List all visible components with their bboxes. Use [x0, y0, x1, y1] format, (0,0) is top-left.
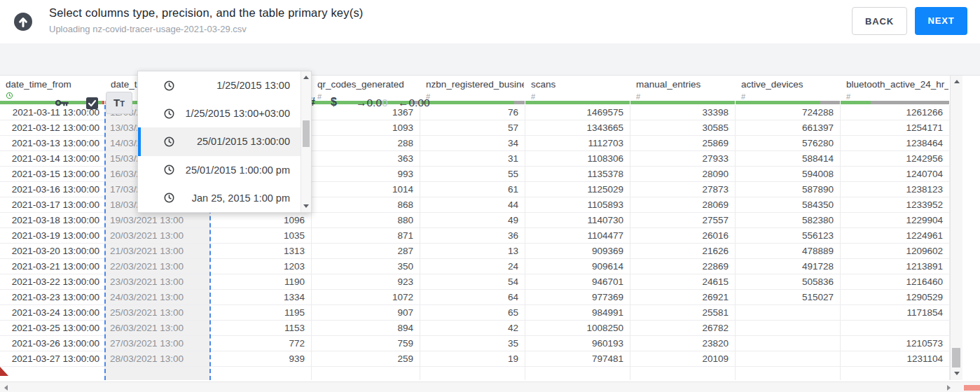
date-format-option[interactable]: Jan 25, 2015 1:00 pm: [138, 184, 301, 212]
table-cell[interactable]: 25869: [630, 136, 736, 150]
table-cell[interactable]: 2021-03-15 13:00:00: [0, 167, 105, 181]
table-cell[interactable]: 1238123: [841, 182, 950, 197]
table-cell[interactable]: 25581: [630, 305, 736, 320]
table-cell[interactable]: 946701: [525, 274, 630, 289]
table-cell[interactable]: 34: [420, 136, 525, 150]
primary-key-icon[interactable]: [55, 97, 70, 111]
table-cell[interactable]: 1153: [210, 321, 312, 335]
table-cell[interactable]: 21/03/2021 13:00: [105, 244, 210, 258]
table-cell[interactable]: 30585: [630, 120, 736, 135]
table-cell[interactable]: [105, 367, 210, 380]
table-cell[interactable]: 27933: [630, 151, 736, 166]
table-cell[interactable]: 909369: [525, 244, 630, 258]
table-cell[interactable]: 505836: [736, 274, 841, 289]
table-cell[interactable]: [736, 336, 841, 351]
currency-type-button[interactable]: $: [331, 96, 337, 108]
table-cell[interactable]: 2021-03-14 13:00:00: [0, 151, 105, 166]
vertical-scrollbar[interactable]: [950, 75, 962, 380]
table-cell[interactable]: 31: [420, 151, 525, 166]
table-cell[interactable]: 28090: [630, 167, 736, 181]
table-cell[interactable]: 588414: [736, 151, 841, 166]
table-cell[interactable]: 2021-03-22 13:00:00: [0, 274, 105, 289]
table-cell[interactable]: 44: [420, 197, 525, 212]
table-cell[interactable]: 478889: [736, 244, 841, 258]
table-cell[interactable]: 20109: [630, 351, 736, 366]
table-cell[interactable]: 1195: [210, 305, 312, 320]
table-cell[interactable]: 288: [312, 136, 420, 150]
vertical-scroll-thumb[interactable]: [952, 348, 960, 368]
table-cell[interactable]: 26/03/2021 13:00: [105, 321, 210, 335]
table-cell[interactable]: 1213891: [841, 259, 950, 274]
table-cell[interactable]: 42: [420, 321, 525, 335]
table-cell[interactable]: 2021-03-27 13:00:00: [0, 351, 105, 366]
table-cell[interactable]: 556123: [736, 228, 841, 243]
table-cell[interactable]: 54: [420, 274, 525, 289]
table-cell[interactable]: [736, 367, 841, 380]
table-cell[interactable]: 57: [420, 120, 525, 135]
table-cell[interactable]: 64: [420, 290, 525, 304]
column-header[interactable]: active_devices#: [736, 75, 841, 101]
table-cell[interactable]: 24615: [630, 274, 736, 289]
table-cell[interactable]: [525, 367, 630, 380]
table-cell[interactable]: 759: [312, 336, 420, 351]
dropdown-scrollbar[interactable]: [301, 71, 311, 212]
table-cell[interactable]: 909614: [525, 259, 630, 274]
date-format-option[interactable]: 25/01/2015 13:00:00: [138, 127, 301, 155]
table-cell[interactable]: 22869: [630, 259, 736, 274]
next-button[interactable]: NEXT: [915, 7, 967, 35]
table-cell[interactable]: 582380: [736, 213, 841, 227]
table-cell[interactable]: 977369: [525, 290, 630, 304]
column-header[interactable]: nzbn_registered_busine#: [420, 75, 525, 101]
table-cell[interactable]: 1190: [210, 274, 312, 289]
dropdown-scroll-thumb[interactable]: [303, 120, 310, 147]
date-format-option[interactable]: 25/01/2015 1:00:00 pm: [138, 156, 301, 184]
scroll-down-arrow-icon[interactable]: [303, 204, 309, 208]
table-cell[interactable]: 2021-03-24 13:00:00: [0, 305, 105, 320]
table-cell[interactable]: 1343665: [525, 120, 630, 135]
table-cell[interactable]: 2021-03-13 13:00:00: [0, 136, 105, 150]
back-button[interactable]: BACK: [852, 7, 907, 35]
scroll-up-arrow-icon[interactable]: [954, 80, 960, 83]
table-cell[interactable]: 2021-03-18 13:00:00: [0, 213, 105, 227]
table-cell[interactable]: 923: [312, 274, 420, 289]
table-cell[interactable]: 1140730: [525, 213, 630, 227]
table-cell[interactable]: 1096: [210, 213, 312, 227]
table-cell[interactable]: 1209602: [841, 244, 950, 258]
table-cell[interactable]: 587890: [736, 182, 841, 197]
table-cell[interactable]: 1014: [312, 182, 420, 197]
table-cell[interactable]: 21626: [630, 244, 736, 258]
table-cell[interactable]: 1203: [210, 259, 312, 274]
table-cell[interactable]: 871: [312, 228, 420, 243]
table-cell[interactable]: [736, 305, 841, 320]
table-cell[interactable]: 1135378: [525, 167, 630, 181]
table-cell[interactable]: 2021-03-17 13:00:00: [0, 197, 105, 212]
scroll-right-arrow-icon[interactable]: [947, 385, 951, 391]
table-cell[interactable]: 772: [210, 336, 312, 351]
table-cell[interactable]: 24: [420, 259, 525, 274]
table-cell[interactable]: 1240704: [841, 167, 950, 181]
table-cell[interactable]: 1334: [210, 290, 312, 304]
table-cell[interactable]: [736, 321, 841, 335]
table-cell[interactable]: 22/03/2021 13:00: [105, 259, 210, 274]
table-cell[interactable]: 2021-03-19 13:00:00: [0, 228, 105, 243]
date-format-option[interactable]: 1/25/2015 13:00: [138, 71, 301, 99]
column-header[interactable]: manual_entries#: [630, 75, 736, 101]
table-cell[interactable]: 1261266: [841, 105, 950, 120]
table-cell[interactable]: 868: [312, 197, 420, 212]
table-cell[interactable]: 1072: [312, 290, 420, 304]
scroll-left-arrow-icon[interactable]: [4, 385, 8, 391]
table-cell[interactable]: [630, 367, 736, 380]
table-cell[interactable]: 993: [312, 167, 420, 181]
table-cell[interactable]: 27/03/2021 13:00: [105, 336, 210, 351]
table-cell[interactable]: 65: [420, 305, 525, 320]
table-cell[interactable]: 1093: [312, 120, 420, 135]
table-cell[interactable]: 576280: [736, 136, 841, 150]
table-cell[interactable]: 2021-03-21 13:00:00: [0, 259, 105, 274]
table-cell[interactable]: 61: [420, 182, 525, 197]
table-cell[interactable]: 24/03/2021 13:00: [105, 290, 210, 304]
table-cell[interactable]: 1105893: [525, 197, 630, 212]
table-cell[interactable]: 76: [420, 105, 525, 120]
table-cell[interactable]: 907: [312, 305, 420, 320]
table-cell[interactable]: 287: [312, 244, 420, 258]
table-cell[interactable]: 1112703: [525, 136, 630, 150]
